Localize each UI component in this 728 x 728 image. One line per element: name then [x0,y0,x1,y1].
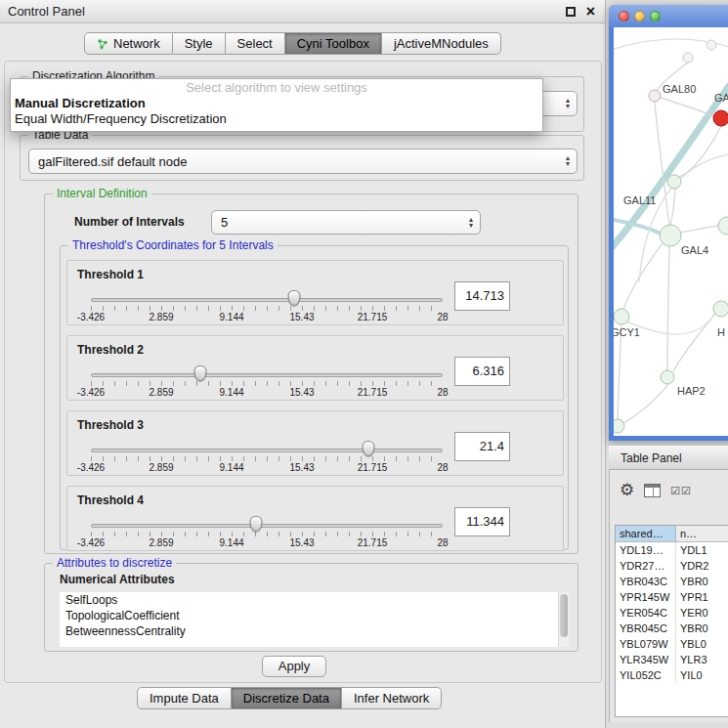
network-node-label: GAL4 [681,244,708,256]
network-node-label: GCY1 [614,326,640,338]
network-edge[interactable] [661,98,714,116]
tick-label: 9.144 [219,462,243,473]
table-cell: YDL1 [676,542,728,558]
table-cell: YDR27… [616,558,676,574]
tab-style[interactable]: Style [173,32,226,55]
threshold-value-field[interactable]: 6.316 [454,357,510,386]
table-data-combobox-value: galFiltered.sif default node [38,154,187,169]
network-edge[interactable] [673,314,715,371]
slider-thumb[interactable] [363,441,375,456]
network-view-window[interactable]: GAL80GAGAL11GAL4GCY1HHAP2 [609,5,728,441]
table-row[interactable]: YDR27…YDR2 [616,558,728,574]
network-node[interactable] [667,175,681,189]
network-edge[interactable] [655,103,669,226]
table-row[interactable]: YER054CYER0 [616,605,728,621]
checkboxes-icon[interactable]: ☑☑ [670,485,692,497]
slider-thumb[interactable] [193,365,206,381]
table-row[interactable]: YBR043CYBR0 [616,574,728,589]
algorithm-option[interactable]: Equal Width/Frequency Discretization [11,111,542,127]
attribute-item[interactable]: TopologicalCoefficient [60,608,569,623]
threshold-slider[interactable]: -3.4262.8599.14415.4321.71528 [91,288,443,325]
table-row[interactable]: YDL19…YDL1 [616,542,728,558]
tab-discretize-data[interactable]: Discretize Data [232,687,342,709]
algorithm-option[interactable]: Manual Discretization [11,96,542,111]
tab-label: Cyni Toolbox [297,36,369,51]
gear-icon[interactable]: ⚙ [620,481,634,500]
number-of-intervals-combobox[interactable]: 5 ▴▾ [211,210,481,235]
slider-tick-labels: -3.4262.8599.14415.4321.71528 [91,537,443,549]
attribute-item[interactable]: SelfLoops [60,592,569,608]
scrollbar-thumb[interactable] [560,594,568,637]
network-canvas[interactable]: GAL80GAGAL11GAL4GCY1HHAP2 [614,27,728,436]
network-node[interactable] [713,110,728,126]
network-window-titlebar[interactable] [609,5,728,27]
table-data-combobox[interactable]: galFiltered.sif default node ▴▾ [28,149,578,174]
network-edge[interactable] [670,189,675,225]
float-icon[interactable] [566,7,576,17]
interval-definition-group-label: Interval Definition [53,187,151,200]
control-panel-titlebar[interactable]: Control Panel × [0,0,605,23]
threshold-panel: Threshold 1 -3.4262.8599.14415.4321.7152… [66,260,564,325]
slider-track[interactable] [91,298,443,302]
table-row[interactable]: YBL079WYBL0 [616,636,728,652]
tick-label: -3.426 [77,312,105,322]
slider-track[interactable] [91,449,443,452]
minimize-traffic-icon[interactable] [634,11,645,21]
network-node[interactable] [660,225,681,246]
network-node[interactable] [707,40,716,50]
algorithm-popup-header: Select algorithm to view settings [11,79,542,96]
desktop: Control Panel × NetworkStyleSelectCyni T… [0,0,728,728]
tab-cyni-toolbox[interactable]: Cyni Toolbox [285,32,382,55]
attributes-scrollbar[interactable] [558,592,569,647]
network-node[interactable] [718,217,728,235]
table-row[interactable]: YBR045CYBR0 [616,621,728,636]
network-edge[interactable] [618,324,621,419]
table-row[interactable]: YPR145WYPR1 [616,589,728,605]
slider-ticks [91,456,443,461]
table-cell: YBR043C [616,574,676,589]
network-node[interactable] [614,419,624,433]
table-cell: YPR145W [616,589,676,605]
network-node[interactable] [713,301,728,317]
apply-button[interactable]: Apply [262,656,326,677]
tab-impute-data[interactable]: Impute Data [137,687,232,709]
threshold-slider[interactable]: -3.4262.8599.14415.4321.71528 [91,364,443,401]
slider-track[interactable] [91,373,443,377]
slider-thumb[interactable] [287,290,300,306]
network-edge[interactable] [621,384,668,424]
table-panel-titlebar[interactable]: Table Panel [609,445,728,470]
tick-label: 21.715 [358,462,388,473]
tab-select[interactable]: Select [226,32,285,55]
tab-infer-network[interactable]: Infer Network [342,687,442,709]
attributes-list[interactable]: SelfLoopsTopologicalCoefficientBetweenne… [60,592,569,647]
columns-icon[interactable] [644,484,661,497]
network-edge[interactable] [639,154,728,281]
threshold-panel: Threshold 3 -3.4262.8599.14415.4321.7152… [66,410,564,476]
threshold-panel: Threshold 4 -3.4262.8599.14415.4321.7152… [66,486,564,551]
tab-network[interactable]: Network [84,32,173,55]
table-row[interactable]: YLR345WYLR3 [616,652,728,667]
table-row[interactable]: YIL052CYIL0 [616,667,728,683]
slider-thumb[interactable] [250,516,263,532]
network-edge[interactable] [680,226,719,233]
zoom-traffic-icon[interactable] [650,11,661,21]
attribute-item[interactable]: BetweennessCentrality [60,623,569,639]
tab-jactivemnodules[interactable]: jActiveMNodules [382,32,501,55]
table-column-header[interactable]: shared… [616,526,676,541]
close-traffic-icon[interactable] [619,11,629,21]
threshold-slider[interactable]: -3.4262.8599.14415.4321.71528 [91,514,443,551]
table-column-header[interactable]: n… [676,526,728,541]
threshold-value-field[interactable]: 11.344 [454,507,510,536]
tick-label: 2.859 [149,462,173,473]
threshold-value-field[interactable]: 14.713 [454,281,510,311]
network-node[interactable] [661,370,674,384]
network-node[interactable] [614,309,629,324]
close-icon[interactable]: × [586,2,595,21]
slider-track[interactable] [91,524,443,528]
threshold-slider[interactable]: -3.4262.8599.14415.4321.71528 [91,439,443,476]
network-node[interactable] [683,53,693,63]
network-edge[interactable] [667,246,669,370]
tab-label: Network [113,36,160,51]
network-node[interactable] [649,90,661,102]
threshold-value-field[interactable]: 21.4 [454,432,510,461]
